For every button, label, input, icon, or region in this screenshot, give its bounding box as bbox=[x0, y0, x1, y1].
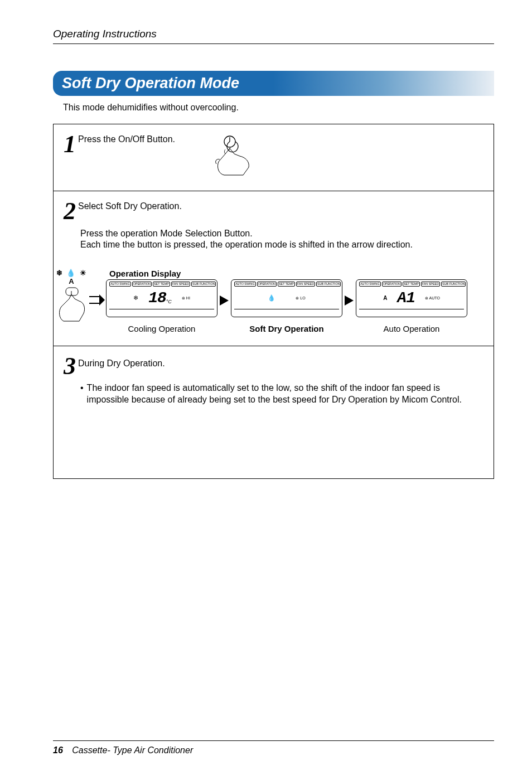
lcd-temp: 18 bbox=[148, 289, 166, 307]
lcd-tab: OPERATION bbox=[132, 282, 152, 286]
caption-softdry: Soft Dry Operation bbox=[231, 324, 342, 333]
lcd-softdry: AUTO SWING OPERATION SET TEMP FAN SPEED … bbox=[231, 279, 342, 317]
page-header: Operating Instructions bbox=[53, 28, 494, 44]
lcd-tab: SUB FUNCTION bbox=[191, 282, 216, 286]
step2-line2: Each time the button is pressed, the ope… bbox=[80, 240, 483, 250]
lcd-seg: A1 bbox=[397, 289, 415, 307]
svg-marker-6 bbox=[220, 295, 229, 306]
lcd-tab: FAN SPEED bbox=[296, 282, 315, 286]
operation-display-label: Operation Display bbox=[109, 269, 217, 278]
display-row: ❄ 💧 ☀ A Operation Display AUTO SWING OPE… bbox=[55, 269, 483, 333]
lcd-tab: SUB FUNCTION bbox=[441, 282, 466, 286]
section-intro: This mode dehumidifies without overcooli… bbox=[63, 103, 494, 113]
lcd-tab: SUB FUNCTION bbox=[316, 282, 341, 286]
page-footer: 16 Cassette- Type Air Conditioner bbox=[53, 740, 494, 755]
step3-bullet: • The indoor fan speed is automatically … bbox=[80, 382, 483, 406]
step3-text: The indoor fan speed is automatically se… bbox=[87, 382, 483, 406]
step-number: 2 bbox=[64, 201, 76, 221]
step-title: Press the On/Off Button. bbox=[78, 134, 175, 144]
snowflake-icon: ❄ bbox=[133, 294, 138, 302]
svg-marker-5 bbox=[99, 294, 105, 306]
step-number: 1 bbox=[64, 134, 76, 154]
lcd-tab: FAN SPEED bbox=[171, 282, 190, 286]
step-body: Press the operation Mode Selection Butto… bbox=[80, 229, 483, 250]
mode-selector-illustration: ❄ 💧 ☀ A bbox=[55, 269, 89, 328]
lcd-tab: AUTO SWING bbox=[359, 282, 381, 286]
step-number: 3 bbox=[64, 356, 76, 376]
display-col-3: AUTO SWING OPERATION SET TEMP FAN SPEED … bbox=[356, 269, 467, 333]
bullet-dot: • bbox=[80, 382, 84, 406]
lcd-tab: AUTO SWING bbox=[234, 282, 256, 286]
lcd-cooling: AUTO SWING OPERATION SET TEMP FAN SPEED … bbox=[106, 279, 217, 317]
page-number: 16 bbox=[53, 745, 63, 755]
svg-rect-2 bbox=[66, 288, 78, 295]
lcd-tab: OPERATION bbox=[382, 282, 402, 286]
lcd-auto: AUTO SWING OPERATION SET TEMP FAN SPEED … bbox=[356, 279, 467, 317]
step2-line1: Press the operation Mode Selection Butto… bbox=[80, 229, 483, 239]
power-button-illustration bbox=[209, 135, 483, 178]
mode-icons-row: ❄ 💧 ☀ A bbox=[55, 269, 89, 285]
step-title: During Dry Operation. bbox=[78, 358, 165, 369]
lcd-tab: AUTO SWING bbox=[109, 282, 131, 286]
lcd-tab: SET TEMP bbox=[403, 282, 420, 286]
step-3: 3 During Dry Operation. • The indoor fan… bbox=[54, 346, 494, 478]
lcd-tab: OPERATION bbox=[257, 282, 277, 286]
auto-icon: A bbox=[383, 295, 387, 301]
caption-auto: Auto Operation bbox=[356, 324, 467, 333]
lcd-tab: FAN SPEED bbox=[421, 282, 440, 286]
lcd-fan: ⊛ AUTO bbox=[425, 296, 440, 301]
display-col-2: AUTO SWING OPERATION SET TEMP FAN SPEED … bbox=[231, 269, 342, 333]
flow-arrow bbox=[342, 269, 356, 308]
steps-container: 1 Press the On/Off Button. 2 Select Soft… bbox=[53, 124, 494, 479]
lcd-tab: SET TEMP bbox=[153, 282, 170, 286]
droplet-icon: 💧 bbox=[268, 294, 275, 302]
lcd-fan: ⊛ LO bbox=[296, 296, 305, 301]
lcd-tab: SET TEMP bbox=[278, 282, 295, 286]
lcd-fan: ⊛ HI bbox=[182, 296, 190, 301]
flow-arrow bbox=[89, 269, 106, 308]
caption-cooling: Cooling Operation bbox=[106, 324, 217, 333]
svg-marker-7 bbox=[345, 295, 354, 306]
flow-arrow bbox=[217, 269, 231, 308]
footer-text: Cassette- Type Air Conditioner bbox=[72, 745, 193, 755]
step-1: 1 Press the On/Off Button. bbox=[54, 124, 494, 191]
step-title: Select Soft Dry Operation. bbox=[78, 201, 182, 211]
step-2: 2 Select Soft Dry Operation. Press the o… bbox=[54, 191, 494, 346]
lcd-temp-unit: °C bbox=[166, 299, 172, 305]
display-col-1: Operation Display AUTO SWING OPERATION S… bbox=[106, 269, 217, 333]
section-title: Soft Dry Operation Mode bbox=[53, 71, 494, 96]
